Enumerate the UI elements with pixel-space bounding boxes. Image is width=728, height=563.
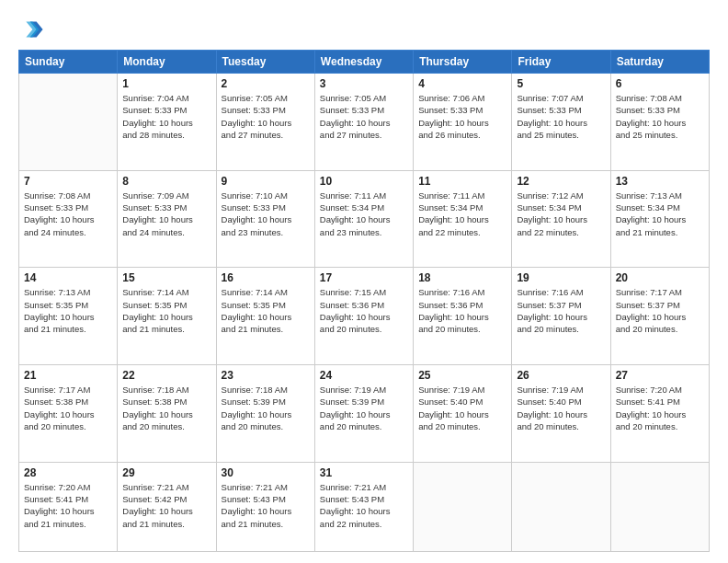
day-number: 30 — [222, 466, 310, 479]
calendar-cell: 13Sunrise: 7:13 AM Sunset: 5:34 PM Dayli… — [610, 170, 709, 268]
day-info: Sunrise: 7:16 AM Sunset: 5:36 PM Dayligh… — [418, 286, 506, 335]
day-number: 31 — [320, 466, 408, 479]
calendar-cell: 29Sunrise: 7:21 AM Sunset: 5:42 PM Dayli… — [118, 462, 216, 551]
day-number: 11 — [418, 175, 506, 188]
day-number: 21 — [24, 369, 112, 382]
day-info: Sunrise: 7:14 AM Sunset: 5:35 PM Dayligh… — [222, 286, 310, 335]
day-number: 22 — [122, 369, 210, 382]
calendar-cell: 19Sunrise: 7:16 AM Sunset: 5:37 PM Dayli… — [512, 268, 610, 365]
day-info: Sunrise: 7:19 AM Sunset: 5:40 PM Dayligh… — [418, 384, 506, 432]
column-header-sunday: Sunday — [19, 51, 118, 74]
calendar-cell — [19, 74, 118, 171]
day-info: Sunrise: 7:11 AM Sunset: 5:34 PM Dayligh… — [418, 190, 506, 238]
calendar-week-row: 14Sunrise: 7:13 AM Sunset: 5:35 PM Dayli… — [19, 268, 710, 365]
column-header-saturday: Saturday — [610, 51, 709, 74]
day-info: Sunrise: 7:19 AM Sunset: 5:40 PM Dayligh… — [517, 384, 605, 432]
day-info: Sunrise: 7:18 AM Sunset: 5:38 PM Dayligh… — [122, 384, 210, 432]
calendar-week-row: 7Sunrise: 7:08 AM Sunset: 5:33 PM Daylig… — [19, 170, 710, 268]
day-info: Sunrise: 7:10 AM Sunset: 5:33 PM Dayligh… — [222, 190, 310, 238]
day-info: Sunrise: 7:06 AM Sunset: 5:33 PM Dayligh… — [418, 92, 506, 141]
day-info: Sunrise: 7:17 AM Sunset: 5:38 PM Dayligh… — [24, 384, 112, 432]
calendar-cell: 14Sunrise: 7:13 AM Sunset: 5:35 PM Dayli… — [19, 268, 118, 365]
day-number: 2 — [222, 77, 310, 90]
day-info: Sunrise: 7:18 AM Sunset: 5:39 PM Dayligh… — [222, 384, 310, 432]
day-number: 27 — [616, 369, 704, 382]
day-number: 14 — [24, 271, 112, 284]
day-number: 9 — [222, 175, 310, 188]
calendar-cell: 10Sunrise: 7:11 AM Sunset: 5:34 PM Dayli… — [314, 170, 413, 268]
calendar-cell: 18Sunrise: 7:16 AM Sunset: 5:36 PM Dayli… — [414, 268, 512, 365]
day-number: 16 — [222, 271, 310, 284]
day-number: 3 — [320, 77, 408, 90]
day-info: Sunrise: 7:20 AM Sunset: 5:41 PM Dayligh… — [24, 481, 112, 530]
day-number: 23 — [222, 369, 310, 382]
day-number: 15 — [122, 271, 210, 284]
column-header-monday: Monday — [118, 51, 216, 74]
day-info: Sunrise: 7:20 AM Sunset: 5:41 PM Dayligh… — [616, 384, 704, 432]
column-header-wednesday: Wednesday — [314, 51, 413, 74]
day-number: 26 — [517, 369, 605, 382]
calendar-cell: 3Sunrise: 7:05 AM Sunset: 5:33 PM Daylig… — [314, 74, 413, 171]
day-info: Sunrise: 7:21 AM Sunset: 5:43 PM Dayligh… — [320, 481, 408, 530]
calendar-cell: 16Sunrise: 7:14 AM Sunset: 5:35 PM Dayli… — [216, 268, 314, 365]
logo-icon — [18, 17, 44, 42]
calendar-table: SundayMondayTuesdayWednesdayThursdayFrid… — [18, 50, 710, 552]
calendar-cell: 1Sunrise: 7:04 AM Sunset: 5:33 PM Daylig… — [118, 74, 216, 171]
day-info: Sunrise: 7:13 AM Sunset: 5:34 PM Dayligh… — [616, 190, 704, 238]
calendar-cell: 23Sunrise: 7:18 AM Sunset: 5:39 PM Dayli… — [216, 365, 314, 463]
column-header-friday: Friday — [512, 51, 610, 74]
calendar-cell: 26Sunrise: 7:19 AM Sunset: 5:40 PM Dayli… — [512, 365, 610, 463]
calendar-cell: 5Sunrise: 7:07 AM Sunset: 5:33 PM Daylig… — [512, 74, 610, 171]
day-info: Sunrise: 7:13 AM Sunset: 5:35 PM Dayligh… — [24, 286, 112, 335]
calendar-cell: 22Sunrise: 7:18 AM Sunset: 5:38 PM Dayli… — [118, 365, 216, 463]
day-number: 24 — [320, 369, 408, 382]
calendar-cell: 4Sunrise: 7:06 AM Sunset: 5:33 PM Daylig… — [414, 74, 512, 171]
day-number: 29 — [122, 466, 210, 479]
day-number: 20 — [616, 271, 704, 284]
day-number: 19 — [517, 271, 605, 284]
calendar-cell: 31Sunrise: 7:21 AM Sunset: 5:43 PM Dayli… — [314, 462, 413, 551]
calendar-week-row: 1Sunrise: 7:04 AM Sunset: 5:33 PM Daylig… — [19, 74, 710, 171]
calendar-cell: 8Sunrise: 7:09 AM Sunset: 5:33 PM Daylig… — [118, 170, 216, 268]
calendar-cell: 30Sunrise: 7:21 AM Sunset: 5:43 PM Dayli… — [216, 462, 314, 551]
calendar-cell: 24Sunrise: 7:19 AM Sunset: 5:39 PM Dayli… — [314, 365, 413, 463]
day-number: 12 — [517, 175, 605, 188]
calendar-cell — [512, 462, 610, 551]
day-info: Sunrise: 7:16 AM Sunset: 5:37 PM Dayligh… — [517, 286, 605, 335]
day-number: 10 — [320, 175, 408, 188]
day-info: Sunrise: 7:04 AM Sunset: 5:33 PM Dayligh… — [122, 92, 210, 141]
day-info: Sunrise: 7:07 AM Sunset: 5:33 PM Dayligh… — [517, 92, 605, 141]
calendar-cell: 21Sunrise: 7:17 AM Sunset: 5:38 PM Dayli… — [19, 365, 118, 463]
calendar-cell: 15Sunrise: 7:14 AM Sunset: 5:35 PM Dayli… — [118, 268, 216, 365]
calendar-header-row: SundayMondayTuesdayWednesdayThursdayFrid… — [19, 51, 710, 74]
calendar-cell — [414, 462, 512, 551]
day-number: 8 — [122, 175, 210, 188]
calendar-cell: 9Sunrise: 7:10 AM Sunset: 5:33 PM Daylig… — [216, 170, 314, 268]
day-info: Sunrise: 7:19 AM Sunset: 5:39 PM Dayligh… — [320, 384, 408, 432]
calendar-cell: 25Sunrise: 7:19 AM Sunset: 5:40 PM Dayli… — [414, 365, 512, 463]
day-info: Sunrise: 7:21 AM Sunset: 5:43 PM Dayligh… — [222, 481, 310, 530]
day-number: 7 — [24, 175, 112, 188]
day-number: 5 — [517, 77, 605, 90]
calendar-cell: 7Sunrise: 7:08 AM Sunset: 5:33 PM Daylig… — [19, 170, 118, 268]
day-number: 13 — [616, 175, 704, 188]
day-info: Sunrise: 7:05 AM Sunset: 5:33 PM Dayligh… — [222, 92, 310, 141]
day-info: Sunrise: 7:15 AM Sunset: 5:36 PM Dayligh… — [320, 286, 408, 335]
day-number: 25 — [418, 369, 506, 382]
day-info: Sunrise: 7:08 AM Sunset: 5:33 PM Dayligh… — [24, 190, 112, 238]
day-info: Sunrise: 7:08 AM Sunset: 5:33 PM Dayligh… — [616, 92, 704, 141]
calendar-cell: 2Sunrise: 7:05 AM Sunset: 5:33 PM Daylig… — [216, 74, 314, 171]
day-info: Sunrise: 7:05 AM Sunset: 5:33 PM Dayligh… — [320, 92, 408, 141]
day-info: Sunrise: 7:11 AM Sunset: 5:34 PM Dayligh… — [320, 190, 408, 238]
calendar-cell: 27Sunrise: 7:20 AM Sunset: 5:41 PM Dayli… — [610, 365, 709, 463]
calendar-week-row: 21Sunrise: 7:17 AM Sunset: 5:38 PM Dayli… — [19, 365, 710, 463]
header — [18, 17, 710, 42]
calendar-week-row: 28Sunrise: 7:20 AM Sunset: 5:41 PM Dayli… — [19, 462, 710, 551]
day-number: 6 — [616, 77, 704, 90]
day-info: Sunrise: 7:21 AM Sunset: 5:42 PM Dayligh… — [122, 481, 210, 530]
calendar-cell: 12Sunrise: 7:12 AM Sunset: 5:34 PM Dayli… — [512, 170, 610, 268]
calendar-cell: 28Sunrise: 7:20 AM Sunset: 5:41 PM Dayli… — [19, 462, 118, 551]
day-info: Sunrise: 7:14 AM Sunset: 5:35 PM Dayligh… — [122, 286, 210, 335]
logo — [18, 17, 48, 42]
day-number: 28 — [24, 466, 112, 479]
